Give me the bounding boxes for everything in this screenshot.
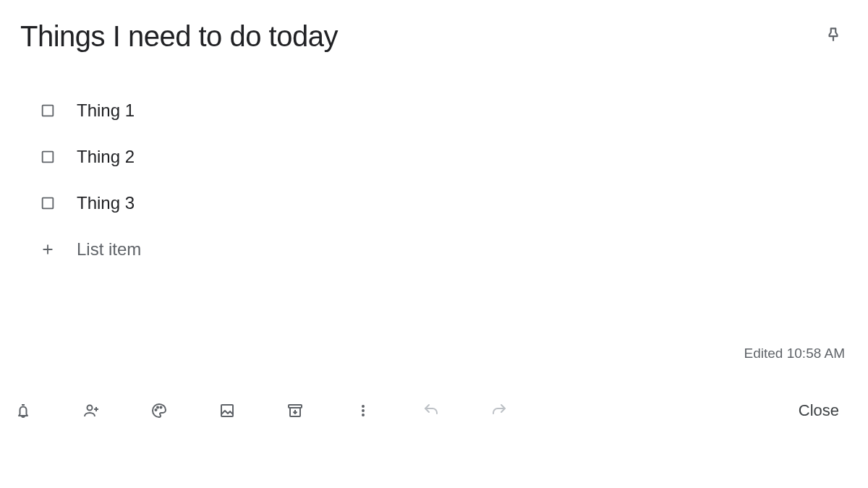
- more-vertical-icon: [354, 402, 372, 419]
- svg-rect-2: [43, 198, 54, 209]
- collaborator-button[interactable]: [81, 401, 101, 421]
- redo-icon: [490, 402, 508, 419]
- svg-rect-8: [289, 405, 302, 408]
- pin-icon: [824, 25, 843, 44]
- undo-icon: [422, 402, 440, 419]
- add-item-placeholder: List item: [77, 239, 141, 260]
- edited-timestamp: Edited 10:58 AM: [744, 346, 845, 361]
- svg-point-9: [362, 405, 365, 408]
- checkbox-icon[interactable]: [39, 194, 56, 212]
- remind-me-button[interactable]: [13, 401, 33, 421]
- close-button[interactable]: Close: [790, 395, 848, 426]
- note-header: Things I need to do today: [20, 20, 848, 53]
- checklist-item-text[interactable]: Thing 1: [77, 100, 135, 121]
- checkbox-icon[interactable]: [39, 148, 56, 166]
- svg-point-5: [157, 407, 158, 408]
- note-toolbar: Close: [13, 395, 848, 426]
- undo-button[interactable]: [421, 401, 441, 421]
- svg-rect-7: [221, 405, 233, 416]
- add-image-button[interactable]: [217, 401, 237, 421]
- svg-point-11: [362, 414, 365, 416]
- archive-icon: [286, 402, 304, 419]
- redo-button[interactable]: [489, 401, 509, 421]
- note-editor: Things I need to do today Thing 1: [0, 0, 868, 273]
- plus-icon: [39, 241, 56, 258]
- person-add-icon: [82, 402, 100, 419]
- checklist: Thing 1 Thing 2 Thing 3: [20, 87, 848, 273]
- svg-point-3: [88, 406, 93, 411]
- svg-point-4: [156, 409, 157, 411]
- checkbox-icon[interactable]: [39, 102, 56, 119]
- background-options-button[interactable]: [149, 401, 169, 421]
- checklist-item[interactable]: Thing 3: [39, 180, 848, 226]
- archive-button[interactable]: [285, 401, 305, 421]
- image-icon: [218, 402, 236, 419]
- pin-button[interactable]: [819, 20, 848, 49]
- checklist-item[interactable]: Thing 2: [39, 134, 848, 180]
- checklist-item-text[interactable]: Thing 2: [77, 147, 135, 167]
- checklist-item-text[interactable]: Thing 3: [77, 193, 135, 213]
- toolbar-icons: [13, 401, 509, 421]
- svg-point-6: [161, 407, 162, 408]
- svg-point-10: [362, 409, 365, 412]
- add-list-item-button[interactable]: List item: [39, 226, 848, 273]
- checklist-item[interactable]: Thing 1: [39, 87, 848, 134]
- note-title[interactable]: Things I need to do today: [20, 20, 338, 53]
- palette-icon: [150, 402, 168, 419]
- more-button[interactable]: [353, 401, 373, 421]
- svg-rect-1: [43, 152, 54, 163]
- svg-rect-0: [43, 106, 54, 116]
- bell-plus-icon: [14, 402, 32, 419]
